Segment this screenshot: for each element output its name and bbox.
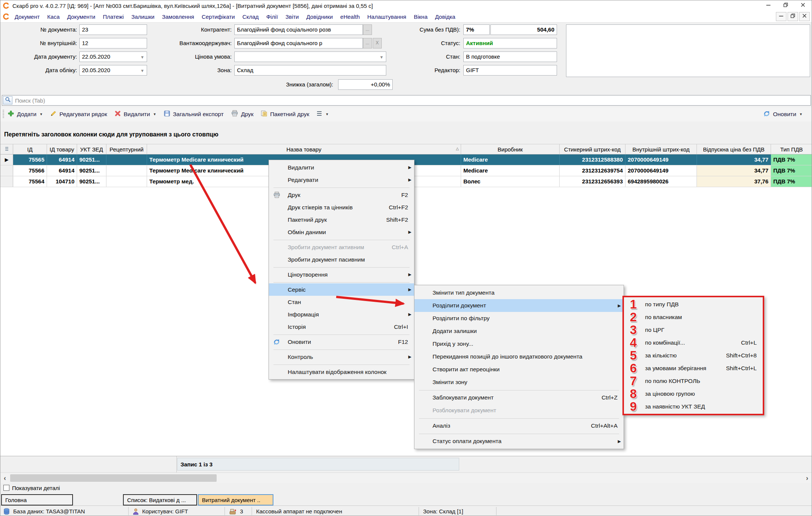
table-cell[interactable]: 64914 bbox=[47, 154, 77, 165]
menu-item[interactable]: Ціноутворення▶ bbox=[269, 268, 414, 281]
menu-item[interactable]: ДрукF2 bbox=[269, 189, 414, 201]
menubar-item[interactable]: Налаштування bbox=[364, 14, 410, 20]
menu-item[interactable]: Налаштувати відображення колонок bbox=[269, 366, 414, 378]
tab-expense-document[interactable]: Витратний документ .. bbox=[198, 494, 273, 505]
table-cell[interactable] bbox=[106, 154, 147, 165]
menu-item[interactable]: Інформація▶ bbox=[269, 308, 414, 321]
menu-item[interactable]: ОновитиF12 bbox=[269, 336, 414, 348]
minimize-button[interactable] bbox=[760, 0, 777, 11]
menu-item[interactable]: Створити акт переоцінки bbox=[414, 363, 624, 376]
tab-document-list[interactable]: Список: Видаткові д ... bbox=[123, 494, 197, 505]
menu-item[interactable]: Контроль▶ bbox=[269, 351, 414, 363]
toolbar-grip[interactable] bbox=[3, 110, 4, 119]
toolbar-button-pencil[interactable]: Редагувати рядок bbox=[50, 110, 107, 118]
menu-item[interactable]: Заблокувати документCtrl+Z bbox=[414, 391, 624, 404]
scroll-right-arrow[interactable]: › bbox=[803, 474, 811, 483]
table-cell[interactable]: 90251... bbox=[77, 176, 106, 187]
zone-input[interactable]: Склад bbox=[234, 65, 386, 76]
mdi-restore-button[interactable] bbox=[788, 12, 798, 21]
column-header[interactable]: Рецептурний bbox=[106, 144, 147, 154]
table-cell[interactable]: 2070000649149 bbox=[625, 165, 697, 176]
table-cell[interactable]: 64914 bbox=[47, 165, 77, 176]
menubar-item[interactable]: Каса bbox=[44, 14, 64, 20]
restore-button[interactable] bbox=[777, 0, 794, 11]
menu-item[interactable]: 1по типу ПДВ bbox=[624, 298, 763, 311]
column-header[interactable]: Тип ПДВ bbox=[771, 144, 812, 154]
menu-item[interactable]: Змінити зону bbox=[414, 376, 624, 389]
search-bar[interactable]: Поиск (Tab) bbox=[2, 95, 811, 106]
doc-number-input[interactable]: 23 bbox=[79, 24, 147, 35]
table-cell[interactable]: ПДВ 7% bbox=[771, 176, 812, 187]
table-cell[interactable] bbox=[106, 176, 147, 187]
menu-item[interactable]: Сервіс▶ bbox=[269, 283, 414, 296]
table-cell[interactable]: ПДВ 7% bbox=[771, 165, 812, 176]
column-header[interactable]: Виробник bbox=[461, 144, 560, 154]
menubar-item[interactable]: Залишки bbox=[127, 14, 158, 20]
menubar-item[interactable]: eHealth bbox=[337, 14, 364, 20]
table-cell[interactable]: 6942895980026 bbox=[625, 176, 697, 187]
menu-item[interactable]: 3по ЦРГ bbox=[624, 324, 763, 336]
menu-item[interactable]: Розділити по фільтру bbox=[414, 312, 624, 325]
menu-item[interactable]: АналізCtrl+Alt+A bbox=[414, 419, 624, 432]
contractor-browse-button[interactable]: ... bbox=[363, 24, 372, 35]
column-header[interactable]: Відпускна ціна без ПДВ bbox=[697, 144, 771, 154]
column-header[interactable]: Внутрішній штрих-код bbox=[625, 144, 697, 154]
menubar-item[interactable]: Довідка bbox=[431, 14, 459, 20]
consignee-browse-button[interactable]: ... bbox=[363, 38, 372, 48]
menu-item[interactable]: 7по полю КОНТРОЛЬ bbox=[624, 375, 763, 387]
column-header[interactable]: УКТ ЗЕД bbox=[77, 144, 106, 154]
menu-item[interactable]: Прихід у зону... bbox=[414, 337, 624, 350]
toolbar-button-batch-print[interactable]: Пакетний друк bbox=[261, 110, 309, 118]
tab-home[interactable]: Головна bbox=[1, 494, 73, 505]
menu-item[interactable]: Статус оплати документа▶ bbox=[414, 435, 624, 448]
menubar-item[interactable]: Замовлення bbox=[158, 14, 198, 20]
table-cell[interactable]: 34,77 bbox=[697, 154, 771, 165]
table-cell[interactable]: Medicare bbox=[461, 165, 560, 176]
table-cell[interactable] bbox=[106, 165, 147, 176]
menu-item[interactable]: Редагувати▶ bbox=[269, 174, 414, 186]
menubar-item[interactable]: Документ bbox=[11, 14, 44, 20]
toolbar-button-plus[interactable]: Додати▼ bbox=[8, 110, 43, 118]
menu-item[interactable]: Пакетний друкShift+F2 bbox=[269, 213, 414, 226]
table-cell[interactable]: ПДВ 7% bbox=[771, 154, 812, 165]
table-cell[interactable]: 75565 bbox=[13, 154, 47, 165]
menu-item[interactable]: 2по власникам bbox=[624, 311, 763, 324]
table-cell[interactable]: 75566 bbox=[13, 165, 47, 176]
mdi-close-button[interactable] bbox=[799, 12, 810, 21]
close-button[interactable] bbox=[794, 0, 812, 11]
menubar-item[interactable]: Склад bbox=[238, 14, 262, 20]
menu-item[interactable]: Змінити тип документа bbox=[414, 286, 624, 299]
table-cell[interactable]: 90251... bbox=[77, 154, 106, 165]
horizontal-scrollbar[interactable]: ‹ › bbox=[0, 472, 812, 483]
toolbar-button-export[interactable]: Загальний експорт bbox=[164, 110, 224, 118]
scrollbar-thumb[interactable] bbox=[10, 474, 217, 482]
table-cell[interactable]: 2070000649149 bbox=[625, 154, 697, 165]
contractor-input[interactable]: Благодійний фонд соціального розв bbox=[234, 24, 363, 35]
table-cell[interactable]: 34,77 bbox=[697, 165, 771, 176]
menu-item[interactable]: Зробити документ пасивним bbox=[269, 253, 414, 266]
menu-item[interactable]: Друк стікерів та цінниківCtrl+F2 bbox=[269, 201, 414, 213]
chevron-down-icon[interactable]: ▼ bbox=[140, 52, 144, 62]
account-date-input[interactable]: 20.05.2020▼ bbox=[79, 65, 147, 76]
menu-item[interactable]: 6за умовами зберіганняShift+Ctrl+L bbox=[624, 362, 763, 375]
menubar-item[interactable]: Філії bbox=[263, 14, 282, 20]
column-header[interactable]: ІД bbox=[13, 144, 47, 154]
toolbar-button-printer[interactable]: Друк bbox=[231, 110, 253, 118]
menubar-item[interactable]: Платежі bbox=[99, 14, 127, 20]
show-details-checkbox[interactable] bbox=[3, 485, 9, 491]
table-cell[interactable]: 90251... bbox=[77, 165, 106, 176]
menubar-item[interactable]: Довідники bbox=[303, 14, 337, 20]
menu-item[interactable]: 9за наявністю УКТ ЗЕД bbox=[624, 400, 763, 413]
consignee-input[interactable]: Благодійний фонд соціального р bbox=[234, 38, 363, 48]
column-header[interactable]: Назва товару△ bbox=[147, 144, 461, 154]
mdi-minimize-button[interactable] bbox=[776, 12, 786, 21]
table-cell[interactable]: Medicare bbox=[461, 154, 560, 165]
menu-item[interactable]: 8за ціновою групою bbox=[624, 387, 763, 400]
column-list-button[interactable]: ▼ bbox=[316, 110, 329, 118]
menu-item[interactable]: 5за кількістюShift+Ctrl+8 bbox=[624, 349, 763, 362]
internal-number-input[interactable]: 12 bbox=[79, 38, 147, 48]
chevron-down-icon[interactable]: ▼ bbox=[140, 65, 144, 76]
menu-item[interactable]: 4по комбінації...Ctrl+L bbox=[624, 336, 763, 349]
price-condition-select[interactable]: ▼ bbox=[234, 51, 386, 62]
menu-item[interactable]: Додати залишки bbox=[414, 325, 624, 337]
